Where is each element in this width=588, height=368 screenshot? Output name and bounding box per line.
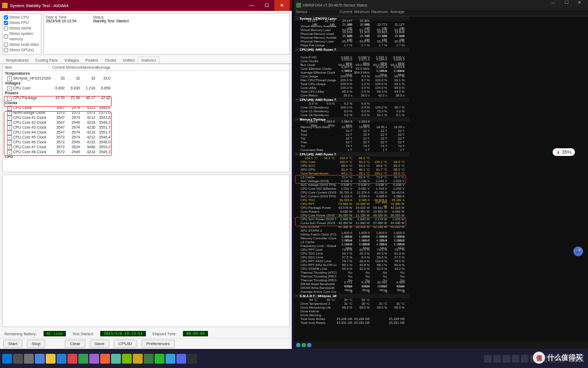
hwi-row[interactable]: CPU Core Current (SVI3)36.791 A11.376 A4… [294,191,409,195]
hwi-row[interactable]: CPU PPT79.982 W10.068 W137.988 W79.980 W [294,202,409,206]
grid-row[interactable]: CPU Package43.5923.9848.1742.82 [3,95,289,100]
hwi-row[interactable]: SoC Current (SVI3 TFN)2.122 A2.034 A4.49… [294,195,409,198]
hwi-row[interactable]: CPU Core Power (SVI3 TFN)36.020 W11.150 … [294,214,409,218]
hwi-minimize-button[interactable]: — [547,0,560,10]
prefs-button[interactable]: Preferences [142,340,175,348]
hwi-row[interactable]: Drive Temperature 231 °C30 °C31 °C31 °C [294,302,409,306]
taskbar-explorer[interactable] [46,354,56,364]
hwi-row[interactable]: APU GPU61.4 °C46.1 °C61.7 °C58.2 °C [294,168,409,172]
taskbar-widgets[interactable] [35,354,45,364]
hwi-row[interactable]: Core Usage100.0 %0.3 %100.1 %99.7 % [294,75,409,79]
hwi-row[interactable]: SoC Voltage (SVI3 TFN)0.938 V0.938 V0.93… [294,183,409,187]
hwinfo-titlebar[interactable]: HWiNFO64 v7.30-4870 Sensor Status — ☐ ✕ [294,0,588,10]
clear-button[interactable]: Clear [65,340,85,348]
stress-gpu-checkbox[interactable]: Stress GPU(s) [4,47,40,53]
taskbar-edge[interactable] [57,354,66,364]
overlay-badge[interactable]: 🌡 35% [553,148,575,156]
taskbar-chrome[interactable] [68,354,77,364]
col-average[interactable]: Average [96,65,112,69]
hwi-row[interactable]: Core C0 Residency100.0 %6.4 %100.0 %98.7… [294,106,409,110]
hwi-row[interactable]: Tcas22 T22 T22 T22 T [294,129,409,133]
hwi-row[interactable]: Total CPU Usage100.0 %1.2 %100.0 %99.1 % [294,82,409,86]
taskbar-start[interactable] [2,354,12,364]
tray-tray1[interactable] [484,355,492,363]
hwi-row[interactable]: Core VIDs [294,52,409,56]
taskbar-wechat[interactable] [155,354,164,364]
stress-fpu-checkbox[interactable]: Stress FPU [4,20,40,26]
hwi-row[interactable]: CPU Core VID (Effective)1.031 V0.981 V1.… [294,187,409,191]
taskbar-term[interactable] [187,354,197,364]
grid-row[interactable]: CPU [3,154,289,158]
grid-row[interactable]: CPU Core0.8920.8301.2180.858 [3,86,289,91]
stress-disk-checkbox[interactable]: Stress local disks [4,42,40,47]
hwi-row[interactable]: SoC Voltage (SVI3)1.036 V1.036 V1.043 V1… [294,179,409,183]
hwi-row[interactable]: CPU SoC Power (SVI3 TFN)1.990 W1.820 W2.… [294,218,409,221]
status-dot-3[interactable] [307,343,311,347]
hwi-row[interactable]: Total Host Reads25,331 GB25,331 GB25,331… [294,321,409,325]
status-dot-2[interactable] [302,343,306,347]
col-item[interactable]: Item [3,65,51,69]
start-button[interactable]: Start [3,340,22,348]
hwi-row[interactable]: Core Powers6.630 W0.381 W10.831 W6.992 W [294,210,409,214]
taskbar-aida[interactable] [133,354,143,364]
hwi-row[interactable]: Thermal Throttling (HTC)NoNoNoNo [294,271,409,275]
stress-cache-checkbox[interactable]: Stress cache [4,26,40,31]
taskbar-telegram[interactable] [166,354,175,364]
hwi-group[interactable]: CPU [#0]: AMD Ryzen 7... [294,47,409,52]
hwi-row[interactable]: Core Clocks3,050.0 MHz2,971.0 MHz4,184.4… [294,59,409,63]
taskbar-discord[interactable] [176,354,186,364]
mic-icon[interactable]: 🎤 [573,246,583,256]
hwi-row[interactable]: CPU SOC68.4 °C54.3 °C68.9 °C65.3 °C [294,164,409,168]
hwi-group[interactable]: S.M.A.R.T.: SKHynix_HF... [294,294,409,298]
tab-voltages[interactable]: Voltages [61,57,82,63]
tab-powers[interactable]: Powers [82,57,101,63]
taskbar-app2[interactable] [111,354,121,364]
hwi-row[interactable]: Drive Remaining Life98.0 %98.0 %98.0 %98… [294,306,409,310]
hwi-row[interactable]: Page File Usage1.7 %1.7 %1.7 %1.7 % [294,44,409,47]
taskbar-defender[interactable] [78,354,88,364]
taskbar-nv[interactable] [122,354,132,364]
hwi-row[interactable]: Core C1 Residency0.0 %0.0 %75.3 %1.2 % [294,110,409,113]
hwi-row[interactable]: CPU PPT APU SLOW Limit80.1 %40.8 %88.1 %… [294,263,409,267]
hwi-row[interactable]: CPU PPT Limit79.8 %69.9 %79.9 %79.7 % [294,248,409,252]
hwi-row[interactable]: CPU (Tctl/Tdie)102.1 °C34.3 °C102.4 °C98… [294,156,409,160]
hwi-row[interactable]: Package C6 Residency0.0 %0.0 %0.2 %0.0 % [294,102,409,106]
col-current[interactable]: Current [51,65,66,69]
aida64-titlebar[interactable]: System Stability Test - AIDA64 — ☐ ✕ [0,0,292,11]
taskbar-hwi[interactable] [144,354,154,364]
col-minimum[interactable]: Minimum [66,65,81,69]
hwi-col[interactable]: Sensor [294,10,336,16]
hwi-row[interactable]: Core Ratios33.5 x39.5 x42.5 x38.5 x [294,94,409,98]
stress-mem-checkbox[interactable]: Stress system memory [4,31,40,42]
tab-statistics[interactable]: Statistics [138,57,160,63]
taskbar-search[interactable] [13,354,23,364]
hwi-row[interactable]: Drive Failure [294,310,409,313]
close-button[interactable]: ✕ [274,0,290,11]
hwi-row[interactable]: Max CPU/Thread Usage100.0 %8.7 %100.0 %9… [294,79,409,82]
taskbar-files[interactable] [89,354,99,364]
tray-tray2[interactable] [493,355,501,363]
tray-tray3[interactable] [503,355,510,363]
grid-row[interactable]: SKHynix_HFS512GDE...33323333.0 [3,76,289,81]
taskbar-tasks[interactable] [24,354,34,364]
hwi-row[interactable]: Memory Clock Ratio16.00 x16.00 x16.00 x1… [294,125,409,129]
tab-cooling fans[interactable]: Cooling Fans [32,57,61,63]
col-maximum[interactable]: Maximum [81,65,96,69]
hwi-row[interactable]: CPU Package Power43.578 W24.023 W55.911 … [294,206,409,210]
hwi-row[interactable]: Memory Clock1,584.8 MHz1,584.6 MHz1,584.… [294,122,409,125]
hwi-row[interactable]: Physical Memory Available25,828 MB25,745… [294,36,409,40]
tray-tray5[interactable] [521,355,529,363]
hwi-row[interactable]: Trp22 T22 T22 T22 T [294,137,409,141]
hwi-maximize-button[interactable]: ☐ [560,0,573,10]
hwi-row[interactable]: CPU EDC Limit57.5 %8.4 %59.8 %57.5 % [294,256,409,260]
minimize-button[interactable]: — [244,0,259,11]
hwi-row[interactable]: Trcd22 T22 T22 T22 T [294,133,409,137]
cpuid-button[interactable]: CPUID [114,340,137,348]
taskbar-app1[interactable] [100,354,110,364]
status-dot-1[interactable] [296,343,301,347]
hwi-col[interactable]: Minimum [354,10,371,16]
hwi-row[interactable]: CPU TDC Limit60.7 %25.3 %64.3 %61.3 % [294,252,409,256]
maximize-button[interactable]: ☐ [259,0,274,11]
hwi-row[interactable]: Tras52 T52 T52 T52 T [294,141,409,144]
hwi-row[interactable]: Core Temperatures84.1 °C33.1 °C109.1 °C8… [294,172,409,176]
